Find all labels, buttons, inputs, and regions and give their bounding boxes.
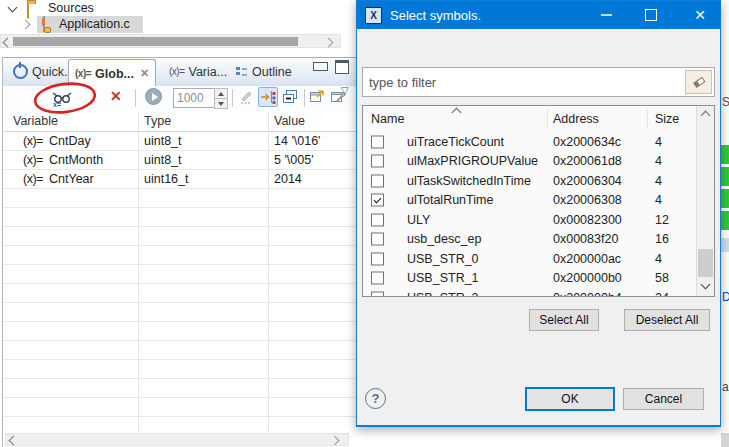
scroll-left-icon[interactable] [9, 436, 19, 446]
symbol-row[interactable]: USB_STR_1 0x200000b0 58 [363, 269, 697, 289]
power-icon [13, 64, 28, 79]
outline-icon [235, 66, 248, 78]
scroll-left-icon[interactable] [3, 38, 13, 48]
symbol-row[interactable]: ulTaskSwitchedInTime 0x20006304 4 [363, 171, 697, 191]
dialog-maximize-button[interactable] [634, 1, 668, 29]
dialog-minimize-button[interactable] [589, 1, 623, 29]
variable-type: uint8_t [144, 132, 182, 151]
column-type[interactable]: Type [144, 114, 171, 128]
symbol-checkbox[interactable] [371, 135, 384, 148]
scroll-right-icon[interactable] [330, 436, 340, 446]
symbol-row[interactable]: ulMaxPRIGROUPValue 0x200061d8 4 [363, 152, 697, 172]
symbol-size: 4 [655, 252, 662, 266]
link-with-tree-toggle[interactable] [258, 87, 278, 107]
dialog-title: Select symbols. [390, 8, 481, 23]
collapse-all-icon[interactable] [282, 89, 299, 105]
symbol-size: 58 [655, 271, 669, 285]
tab-close-icon[interactable]: ✕ [140, 67, 149, 80]
tab-label: Outline [252, 65, 292, 79]
symbol-address: 0x200000ac [553, 252, 621, 266]
new-view-icon[interactable] [309, 88, 326, 105]
symbol-address: 0x200000b0 [553, 271, 622, 285]
column-variable[interactable]: Variable [13, 114, 58, 128]
symbol-checkbox[interactable] [371, 213, 384, 226]
variable-icon: (x)= [23, 151, 43, 170]
variable-icon: (x)= [169, 66, 185, 77]
variable-icon: (x)= [23, 132, 43, 151]
symbol-name: uiTraceTickCount [407, 135, 504, 149]
view-toolbar: x= ✕ [3, 86, 356, 111]
symbol-size: 4 [655, 193, 662, 207]
scrollbar-thumb[interactable] [698, 249, 713, 277]
scroll-right-icon[interactable] [324, 38, 334, 48]
symbol-name: ulTotalRunTime [407, 193, 493, 207]
tree-item-sources[interactable]: Sources [48, 0, 94, 16]
variable-row[interactable]: (x)= CntMonth uint8_t 5 '\005' [3, 151, 356, 170]
help-button[interactable]: ? [365, 388, 386, 409]
variable-name: CntMonth [49, 151, 103, 170]
scroll-up-icon[interactable] [701, 111, 711, 121]
deselect-all-button[interactable]: Deselect All [624, 309, 710, 331]
chevron-down-icon[interactable] [8, 3, 18, 13]
maximize-view-icon[interactable] [335, 60, 349, 74]
symbol-address: 0x00083f20 [553, 232, 618, 246]
symbol-checkbox[interactable] [371, 291, 384, 296]
cancel-button[interactable]: Cancel [623, 388, 704, 410]
c-file-icon [43, 16, 45, 32]
value-changed-highlight [721, 145, 729, 164]
variable-row[interactable]: (x)= CntYear uint16_t 2014 [3, 170, 356, 189]
symbol-row[interactable]: ulTotalRunTime 0x20006308 4 [363, 191, 697, 211]
symbol-row[interactable]: usb_desc_ep 0x00083f20 16 [363, 230, 697, 250]
add-global-variables-button[interactable]: x= [47, 89, 77, 108]
variable-row[interactable]: (x)= CntDay uint8_t 14 '\016' [3, 132, 356, 151]
chevron-right-icon[interactable] [21, 20, 31, 30]
clipped-text-fragment: D [722, 290, 729, 304]
select-all-button[interactable]: Select All [529, 309, 599, 331]
filter-input[interactable] [367, 70, 671, 94]
link-arrow-icon [259, 88, 277, 106]
tree-item-application-c[interactable]: Application.c [59, 16, 130, 33]
symbol-checkbox[interactable] [371, 174, 384, 187]
symbol-name: ulMaxPRIGROUPValue [407, 154, 538, 168]
tab-label: Glob... [95, 67, 134, 81]
scroll-down-icon[interactable] [701, 280, 711, 290]
symbol-address: 0x200000b4 [553, 291, 622, 296]
spinner-down-button[interactable] [214, 98, 228, 109]
scrollbar-thumb[interactable] [13, 37, 298, 46]
value-changed-highlight [721, 189, 729, 208]
symbol-checkbox[interactable] [371, 194, 384, 207]
variable-value: 2014 [274, 170, 302, 189]
tab-outline[interactable]: Outline [229, 59, 298, 84]
tab-variables[interactable]: (x)= Varia... [163, 59, 233, 84]
view-menu-icon[interactable]: ▽ [341, 85, 349, 96]
screen: Sources Application.c Quick... (x)= Glob… [0, 0, 729, 447]
ok-button[interactable]: OK [525, 387, 615, 411]
variable-name: CntDay [49, 132, 91, 151]
refresh-play-button[interactable] [145, 88, 162, 105]
symbol-row[interactable]: ULY 0x00082300 12 [363, 210, 697, 230]
update-interval-input[interactable] [173, 88, 219, 108]
dialog-close-button[interactable]: ✕ [683, 1, 717, 29]
table-hscrollbar[interactable] [5, 433, 349, 446]
symbol-checkbox[interactable] [371, 252, 384, 265]
symbol-checkbox[interactable] [371, 155, 384, 168]
symbol-address: 0x00082300 [553, 213, 622, 227]
symbol-checkbox[interactable] [371, 272, 384, 285]
toolbar-separator [232, 89, 233, 107]
clear-filter-button[interactable] [685, 70, 712, 94]
symbol-row[interactable]: USB_STR_0 0x200000ac 4 [363, 249, 697, 269]
column-name[interactable]: Name [371, 112, 404, 126]
tree-hscrollbar[interactable] [0, 34, 341, 48]
symbol-checkbox[interactable] [371, 233, 384, 246]
symbols-vscrollbar[interactable] [696, 106, 714, 296]
symbol-row[interactable]: uiTraceTickCount 0x2000634c 4 [363, 132, 697, 152]
column-size[interactable]: Size [655, 112, 679, 126]
column-address[interactable]: Address [553, 112, 599, 126]
column-value[interactable]: Value [274, 114, 305, 128]
symbol-size: 4 [655, 174, 662, 188]
minimize-view-icon[interactable] [313, 62, 328, 71]
tab-global-variables[interactable]: (x)= Glob... ✕ [68, 59, 156, 87]
scrollbar-fragment [721, 433, 729, 447]
remove-all-icon[interactable]: ✕ [110, 88, 122, 104]
symbol-row[interactable]: USB_STR_2 0x200000b4 24 [363, 288, 697, 296]
